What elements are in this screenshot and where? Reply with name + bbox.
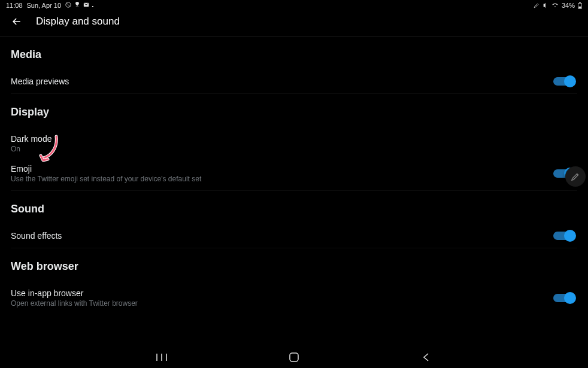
row-sound-effects[interactable]: Sound effects <box>11 224 577 248</box>
page-title: Display and sound <box>36 16 120 28</box>
dark-mode-label: Dark mode <box>11 134 577 144</box>
app-header: Display and sound <box>0 11 588 37</box>
notification-icons: • <box>65 2 95 9</box>
status-bar: 11:08 Sun, Apr 10 • 34% <box>0 0 588 11</box>
battery-icon <box>578 2 582 9</box>
emoji-sub: Use the Twitter emoji set instead of you… <box>11 175 553 183</box>
pen-icon <box>534 2 539 8</box>
row-media-previews[interactable]: Media previews <box>11 69 577 94</box>
svg-rect-3 <box>578 6 581 8</box>
row-in-app-browser[interactable]: Use in-app browser Open external links w… <box>11 281 577 315</box>
sound-effects-toggle[interactable] <box>553 232 574 240</box>
wifi-icon <box>551 2 559 8</box>
svg-rect-2 <box>579 2 581 3</box>
sound-effects-label: Sound effects <box>11 231 553 241</box>
in-app-browser-toggle[interactable] <box>553 294 574 302</box>
section-header-sound: Sound <box>11 191 577 224</box>
section-header-media: Media <box>11 37 577 69</box>
navigation-bar <box>0 346 588 368</box>
status-time: 11:08 <box>6 2 23 9</box>
emoji-label: Emoji <box>11 164 553 174</box>
svg-rect-4 <box>290 353 298 361</box>
dark-mode-value: On <box>11 145 577 153</box>
row-dark-mode[interactable]: Dark mode On <box>11 127 577 157</box>
nav-recents-button[interactable] <box>155 351 168 364</box>
battery-percent: 34% <box>562 2 575 9</box>
nav-home-button[interactable] <box>287 351 301 364</box>
in-app-browser-sub: Open external links with Twitter browser <box>11 299 553 308</box>
row-emoji[interactable]: Emoji Use the Twitter emoji set instead … <box>11 157 577 191</box>
back-button[interactable] <box>11 16 23 28</box>
status-date: Sun, Apr 10 <box>27 2 62 9</box>
section-header-web: Web browser <box>11 248 577 281</box>
section-header-display: Display <box>11 94 577 127</box>
mute-icon <box>542 2 548 8</box>
media-previews-label: Media previews <box>11 77 553 86</box>
edit-fab[interactable] <box>565 166 586 187</box>
in-app-browser-label: Use in-app browser <box>11 288 553 298</box>
media-previews-toggle[interactable] <box>553 77 574 86</box>
nav-back-button[interactable] <box>420 351 433 364</box>
